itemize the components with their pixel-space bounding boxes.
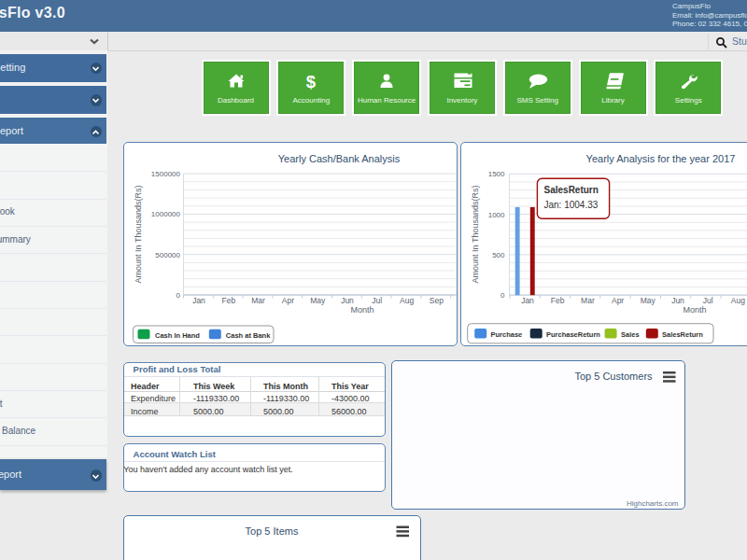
svg-text:0: 0 <box>500 291 505 300</box>
svg-text:0: 0 <box>176 291 181 300</box>
svg-text:Apr: Apr <box>612 296 624 305</box>
svg-text:Sales: Sales <box>621 330 640 339</box>
svg-text:Cash In Hand: Cash In Hand <box>155 331 200 340</box>
svg-text:Sep: Sep <box>430 296 444 305</box>
svg-text:PurchaseReturn: PurchaseReturn <box>546 330 600 339</box>
svg-text:May: May <box>641 296 656 305</box>
svg-text:Top 5 Items: Top 5 Items <box>246 525 299 537</box>
svg-text:Cash at Bank: Cash at Bank <box>226 331 271 340</box>
svg-text:1500000: 1500000 <box>151 170 181 178</box>
svg-text:Feb: Feb <box>551 296 565 305</box>
svg-text:Jan: Jan <box>192 296 205 305</box>
svg-text:SalesReturn: SalesReturn <box>544 185 599 195</box>
svg-text:Highcharts.com: Highcharts.com <box>627 499 679 508</box>
svg-text:1500: 1500 <box>488 170 505 178</box>
svg-text:1000: 1000 <box>488 211 505 219</box>
svg-text:Mar: Mar <box>251 296 265 305</box>
svg-text:500: 500 <box>492 251 505 259</box>
svg-text:Month: Month <box>683 305 706 315</box>
svg-text:Jun: Jun <box>341 296 354 305</box>
svg-text:Jul: Jul <box>703 296 713 305</box>
svg-text:Jan: Jan <box>521 296 534 305</box>
svg-text:Amount In Thousands(Rs): Amount In Thousands(Rs) <box>471 186 480 284</box>
svg-text:Yearly Cash/Bank Analysis: Yearly Cash/Bank Analysis <box>278 153 401 164</box>
svg-text:Feb: Feb <box>221 296 235 305</box>
svg-text:Jun: Jun <box>671 296 684 305</box>
svg-text:SalesReturn: SalesReturn <box>662 330 703 339</box>
svg-text:May: May <box>310 296 326 305</box>
svg-text:Amount In Thousands(Rs): Amount In Thousands(Rs) <box>134 186 143 284</box>
svg-text:Jul: Jul <box>372 296 382 305</box>
svg-text:1000000: 1000000 <box>151 210 181 218</box>
svg-text:Purchase: Purchase <box>491 330 523 339</box>
svg-text:Mar: Mar <box>581 296 595 305</box>
svg-text:Aug: Aug <box>400 296 414 305</box>
svg-text:Month: Month <box>350 305 374 315</box>
svg-text:Aug: Aug <box>731 296 745 305</box>
svg-text:Top 5 Customers: Top 5 Customers <box>574 371 653 382</box>
svg-text:Jan: 1004.33: Jan: 1004.33 <box>544 200 599 210</box>
svg-text:Apr: Apr <box>282 296 294 305</box>
svg-text:500000: 500000 <box>155 251 180 259</box>
svg-text:Yearly Analysis for the year 2: Yearly Analysis for the year 2017 <box>586 153 736 164</box>
